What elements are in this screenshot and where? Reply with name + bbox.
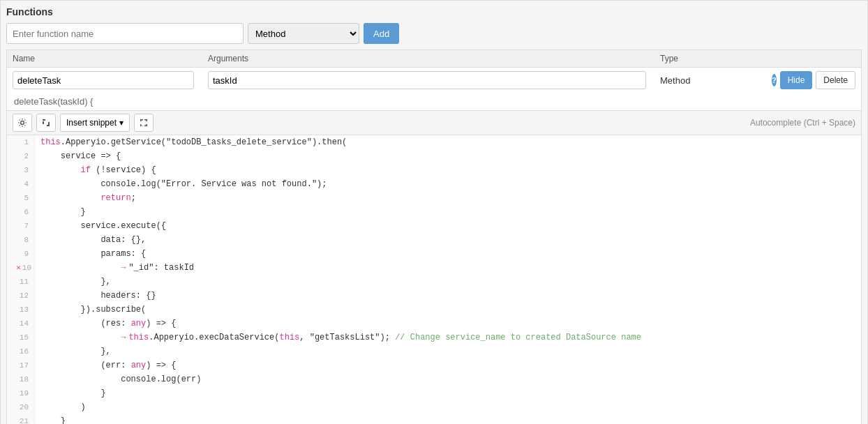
table-row: 12 headers: {} bbox=[7, 289, 861, 303]
line-number: 2 bbox=[7, 149, 35, 163]
code-content: }, bbox=[35, 344, 117, 358]
args-cell bbox=[208, 71, 660, 89]
type-value: Method bbox=[660, 75, 690, 86]
code-content: data: {}, bbox=[35, 233, 151, 247]
type-cell: Method bbox=[660, 75, 800, 86]
code-content: →"_id": taskId bbox=[35, 261, 200, 275]
insert-snippet-btn[interactable]: Insert snippet ▾ bbox=[60, 114, 130, 132]
autocomplete-hint: Autocomplete (Ctrl + Space) bbox=[750, 118, 855, 128]
svg-point-0 bbox=[21, 121, 24, 125]
snippet-dropdown-icon: ▾ bbox=[119, 118, 124, 128]
table-row: 20 ) bbox=[7, 400, 861, 414]
code-content: }).subscribe( bbox=[35, 303, 151, 317]
col-name: Name bbox=[13, 54, 208, 63]
code-content: }, bbox=[35, 275, 117, 289]
code-content: headers: {} bbox=[35, 289, 162, 303]
code-content: ) bbox=[35, 400, 91, 414]
code-content: params: { bbox=[35, 247, 151, 261]
delete-button[interactable]: Delete bbox=[816, 71, 855, 89]
table-row: ✕10 →"_id": taskId bbox=[7, 261, 861, 275]
col-actions bbox=[800, 54, 855, 63]
code-content: this.Apperyio.getService("todoDB_tasks_d… bbox=[35, 135, 352, 149]
error-mark: ✕ bbox=[16, 261, 21, 275]
hide-button[interactable]: Hide bbox=[780, 71, 813, 89]
code-content: } bbox=[35, 414, 71, 424]
svg-rect-3 bbox=[47, 125, 50, 126]
function-type-select[interactable]: Method Event Custom bbox=[248, 23, 359, 44]
toolbar: Method Event Custom Add bbox=[6, 23, 862, 44]
line-number: 12 bbox=[7, 289, 35, 303]
line-number: 3 bbox=[7, 163, 35, 177]
table-row: 17 (err: any) => { bbox=[7, 358, 861, 372]
function-name-input[interactable] bbox=[6, 23, 244, 44]
line-number: 13 bbox=[7, 303, 35, 317]
name-cell bbox=[13, 71, 208, 89]
code-content: return; bbox=[35, 191, 142, 205]
code-lines: 1this.Apperyio.getService("todoDB_tasks_… bbox=[7, 135, 861, 424]
line-number: 7 bbox=[7, 219, 35, 233]
code-content: console.log(err) bbox=[35, 372, 207, 386]
table-header: Name Arguments Type bbox=[6, 50, 862, 67]
code-content: (res: any) => { bbox=[35, 317, 181, 331]
table-row: 8 data: {}, bbox=[7, 233, 861, 247]
line-number: 18 bbox=[7, 372, 35, 386]
code-content: console.log("Error. Service was not foun… bbox=[35, 177, 332, 191]
line-number: 5 bbox=[7, 191, 35, 205]
row-args-input[interactable] bbox=[208, 71, 646, 89]
help-icon[interactable]: ? bbox=[772, 74, 777, 86]
line-number: 9 bbox=[7, 247, 35, 261]
table-row: 21 } bbox=[7, 414, 861, 424]
fullscreen-btn[interactable] bbox=[134, 114, 154, 132]
code-content: service.execute({ bbox=[35, 219, 172, 233]
line-number: 20 bbox=[7, 400, 35, 414]
table-row: 13 }).subscribe( bbox=[7, 303, 861, 317]
svg-rect-2 bbox=[43, 121, 44, 124]
svg-rect-1 bbox=[43, 119, 45, 121]
code-content: (err: any) => { bbox=[35, 358, 181, 372]
arrow-marker: → bbox=[121, 333, 126, 342]
add-button[interactable]: Add bbox=[364, 23, 399, 44]
code-content: } bbox=[35, 205, 91, 219]
line-number: 14 bbox=[7, 317, 35, 331]
table-row: 3 if (!service) { bbox=[7, 163, 861, 177]
function-row: Method ? Hide Delete bbox=[6, 67, 862, 93]
line-number: 4 bbox=[7, 177, 35, 191]
editor-toolbar-left: Insert snippet ▾ bbox=[13, 114, 154, 132]
code-editor[interactable]: 1this.Apperyio.getService("todoDB_tasks_… bbox=[6, 135, 862, 424]
settings-icon-btn[interactable] bbox=[13, 114, 32, 132]
table-row: 14 (res: any) => { bbox=[7, 317, 861, 331]
editor-toolbar: Insert snippet ▾ Autocomplete (Ctrl + Sp… bbox=[6, 111, 862, 135]
table-row: 7 service.execute({ bbox=[7, 219, 861, 233]
table-row: 11 }, bbox=[7, 275, 861, 289]
function-signature: deleteTask(taskId) { bbox=[6, 93, 862, 111]
line-number: 16 bbox=[7, 344, 35, 358]
page-title: Functions bbox=[6, 6, 862, 17]
table-row: 18 console.log(err) bbox=[7, 372, 861, 386]
table-row: 2 service => { bbox=[7, 149, 861, 163]
table-row: 9 params: { bbox=[7, 247, 861, 261]
line-number: 11 bbox=[7, 275, 35, 289]
line-number: ✕10 bbox=[7, 261, 35, 275]
line-number: 8 bbox=[7, 233, 35, 247]
col-arguments: Arguments bbox=[208, 54, 660, 63]
snippet-label: Insert snippet bbox=[66, 118, 117, 128]
table-row: 1this.Apperyio.getService("todoDB_tasks_… bbox=[7, 135, 861, 149]
line-number: 6 bbox=[7, 205, 35, 219]
row-name-input[interactable] bbox=[13, 71, 194, 89]
table-row: 6 } bbox=[7, 205, 861, 219]
table-row: 15 →this.Apperyio.execDataService(this, … bbox=[7, 331, 861, 344]
line-number: 17 bbox=[7, 358, 35, 372]
code-content: if (!service) { bbox=[35, 163, 162, 177]
code-content: service => { bbox=[35, 149, 126, 163]
expand-icon-btn[interactable] bbox=[36, 114, 56, 132]
line-number: 15 bbox=[7, 331, 35, 344]
row-actions: ? Hide Delete bbox=[800, 71, 855, 89]
code-content: →this.Apperyio.execDataService(this, "ge… bbox=[35, 331, 647, 344]
table-row: 19 } bbox=[7, 386, 861, 400]
line-number: 21 bbox=[7, 414, 35, 424]
svg-rect-4 bbox=[48, 122, 50, 125]
line-number: 1 bbox=[7, 135, 35, 149]
table-row: 4 console.log("Error. Service was not fo… bbox=[7, 177, 861, 191]
code-content: } bbox=[35, 386, 112, 400]
arrow-marker: → bbox=[121, 263, 126, 273]
